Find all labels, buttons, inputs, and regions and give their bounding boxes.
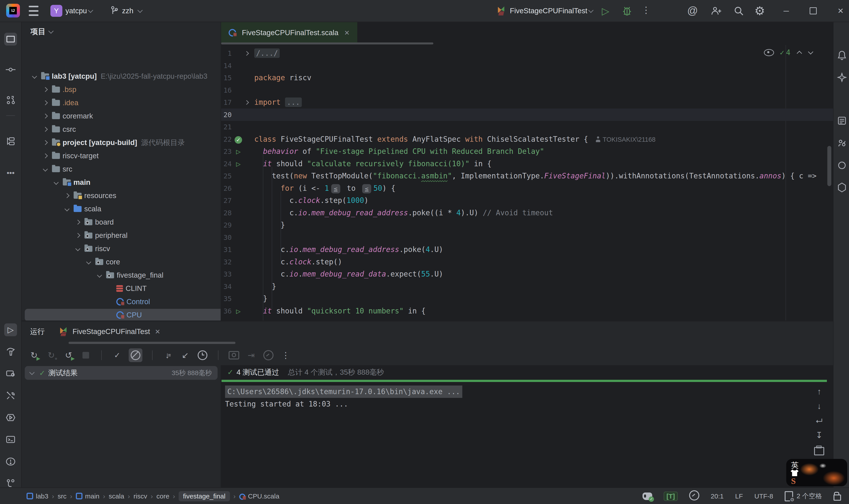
show-passed-filter-button[interactable]: ✓ — [111, 349, 123, 361]
sbt-tool-window-button[interactable] — [4, 367, 17, 380]
problems-tool-window-button[interactable] — [4, 455, 17, 468]
code-line-27[interactable]: 27 c.clock.step(1000) — [221, 194, 833, 207]
project-selector[interactable]: yatcpu — [66, 0, 94, 22]
expand-collapse-button[interactable]: ↙ — [180, 349, 191, 361]
code-line-33[interactable]: 33 c.io.mem_debug_read_data.expect(55.U) — [221, 268, 833, 280]
breadcrumb-core[interactable]: core — [156, 492, 169, 500]
tree-item-peripheral[interactable]: peripheral — [22, 229, 221, 242]
screenshot-button[interactable] — [228, 349, 240, 361]
structure-tool-window-button[interactable] — [4, 135, 17, 148]
code-line-36[interactable]: 36▷ it should "quicksort 10 numbers" in … — [221, 305, 833, 317]
code-line-24[interactable]: 24▷ it should "calculate recursively fib… — [221, 158, 833, 170]
prev-problem-icon[interactable] — [797, 51, 802, 56]
tab-scroll-indicator[interactable] — [221, 42, 433, 44]
services-tool-window-button[interactable] — [4, 411, 17, 424]
tree-item-cpu[interactable]: CPU — [22, 308, 221, 321]
rerun-auto-button[interactable]: ↺▶ — [63, 349, 74, 361]
code-line-17[interactable]: 17import ... — [221, 96, 833, 109]
code-line-31[interactable]: 31 c.io.mem_debug_read_address.poke(4.U) — [221, 244, 833, 256]
tree-item-csrc[interactable]: csrc — [22, 123, 221, 136]
scroll-up-icon[interactable]: ↑ — [817, 387, 821, 396]
fold-chevron-icon[interactable] — [244, 51, 249, 56]
code-line-25[interactable]: 25 test(new TestTopModule("fibonacci.asm… — [221, 170, 833, 182]
fold-chevron-icon[interactable] — [244, 100, 249, 105]
code-line-15[interactable]: 15package riscv — [221, 72, 833, 84]
rerun-button[interactable]: ↻▶ — [28, 349, 40, 361]
file-encoding[interactable]: UTF-8 — [754, 492, 773, 500]
code-line-30[interactable]: 30 — [221, 231, 833, 244]
terminal-tool-window-button[interactable] — [4, 433, 17, 446]
tree-item-board[interactable]: board — [22, 216, 221, 229]
code-line-34[interactable]: 34 } — [221, 280, 833, 293]
run-more-options-button[interactable]: ⋮ — [280, 349, 291, 361]
maximize-button[interactable] — [807, 0, 820, 22]
ai-assistant-tool-window-button[interactable] — [837, 72, 847, 84]
tree-item-scala[interactable]: scala — [22, 202, 221, 216]
console-line[interactable]: Testing started at 18:03 ... — [225, 398, 348, 410]
code-line-23[interactable]: 23▷ behavior of "Five-stage Pipelined CP… — [221, 145, 833, 158]
settings-gear-icon[interactable]: ⚙ — [754, 4, 765, 18]
run-tool-window-button[interactable]: ▷ — [4, 323, 17, 336]
run-tab-close-icon[interactable]: ✕ — [155, 328, 160, 336]
breadcrumb-src[interactable]: src — [58, 492, 67, 500]
run-test-gutter-icon[interactable]: ▷ — [234, 305, 243, 317]
code-line-22[interactable]: 22✓class FiveStageCPUFinalTest extends A… — [221, 133, 833, 145]
code-line-14[interactable]: 14 — [221, 59, 833, 72]
tree-item-control[interactable]: Control — [22, 295, 221, 308]
dev-tools-window-button[interactable] — [4, 389, 17, 402]
tree-item-.bsp[interactable]: .bsp — [22, 83, 221, 96]
project-avatar[interactable]: Y — [50, 5, 62, 17]
close-button[interactable]: ✕ — [834, 0, 847, 22]
breadcrumb-scala[interactable]: scala — [109, 492, 124, 500]
code-line-26[interactable]: 26 for (i <- 1≤ to ≤50) { — [221, 182, 833, 195]
breadcrumb-riscv[interactable]: riscv — [133, 492, 147, 500]
breadcrumb-lab3[interactable]: lab3 — [26, 492, 49, 500]
ai-assistant-titlebar-icon[interactable]: @ — [687, 4, 698, 17]
plugins-tool-window-button[interactable] — [837, 138, 847, 149]
dependencies-tool-window-button[interactable] — [837, 182, 847, 195]
next-problem-icon[interactable] — [808, 49, 813, 54]
minimize-button[interactable]: ─ — [780, 0, 793, 22]
sort-tests-button[interactable]: ↓≡ — [162, 349, 174, 361]
code-line-32[interactable]: 32 c.clock.step() — [221, 256, 833, 268]
tree-item-project-yatcpu-build-[interactable]: project [yatcpu-build]源代码根目录 — [22, 136, 221, 149]
line-ending[interactable]: LF — [735, 492, 743, 500]
soft-wrap-icon[interactable]: ⮠ — [816, 416, 823, 425]
run-configuration[interactable]: FiveStageCPUFinalTest — [498, 0, 595, 22]
project-panel-header[interactable]: 项目 — [31, 26, 55, 37]
lock-icon[interactable] — [833, 494, 841, 501]
documentation-tool-window-button[interactable] — [837, 116, 847, 127]
stop-button[interactable] — [80, 349, 92, 361]
code-line-20[interactable]: 20 — [221, 109, 833, 121]
breadcrumb-cpu.scala[interactable]: CPU.scala — [239, 492, 279, 500]
branch-selector[interactable]: zzh — [110, 0, 144, 22]
commit-tool-window-button[interactable] — [4, 63, 17, 76]
tree-item-clint[interactable]: CLINT — [22, 282, 221, 295]
code-line-35[interactable]: 35 } — [221, 292, 833, 305]
code-line-29[interactable]: 29 } — [221, 219, 833, 231]
breadcrumb-fivestage_final[interactable]: fivestage_final — [179, 491, 230, 501]
code-line-28[interactable]: 28 c.io.mem_debug_read_address.poke((i *… — [221, 207, 833, 219]
more-tool-windows-button[interactable]: ••• — [4, 166, 17, 179]
main-menu-button[interactable] — [29, 6, 38, 16]
gradle-tool-window-button[interactable] — [837, 161, 846, 169]
code-line-21[interactable]: 21 — [221, 121, 833, 133]
inspections-widget[interactable]: ✓4 — [764, 48, 814, 57]
run-test-gutter-icon[interactable]: ▷ — [234, 158, 243, 170]
tree-item-src[interactable]: src — [22, 162, 221, 176]
copilot-status-icon[interactable] — [643, 492, 652, 500]
run-tab[interactable]: FiveStageCPUFinalTest ✕ — [60, 327, 160, 336]
indent-widget[interactable]: 2 个空格 — [785, 491, 822, 501]
more-actions-button[interactable]: ⋮ — [642, 5, 650, 15]
code-with-me-button[interactable] — [710, 5, 721, 18]
tree-item-riscv[interactable]: riscv — [22, 242, 221, 255]
editor-vertical-scrollbar[interactable] — [827, 146, 831, 186]
tree-item-.idea[interactable]: .idea — [22, 96, 221, 109]
tree-item-main[interactable]: main — [22, 176, 221, 189]
tree-item-riscv-target[interactable]: riscv-target — [22, 149, 221, 162]
debug-button[interactable] — [622, 5, 632, 18]
coverage-button[interactable] — [263, 349, 274, 361]
highlighting-level-eye-icon[interactable] — [764, 49, 774, 56]
console-line[interactable]: C:\Users\26586\.jdks\temurin-17.0.16\bin… — [225, 385, 462, 398]
code-line-16[interactable]: 16 — [221, 84, 833, 96]
